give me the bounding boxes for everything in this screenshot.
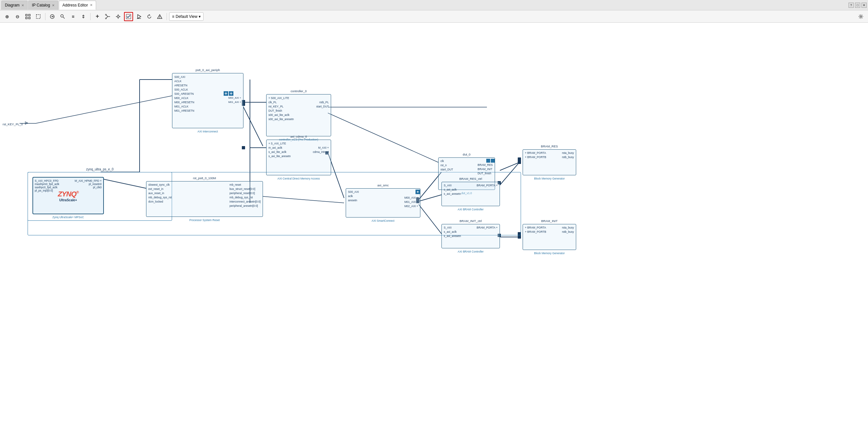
tab-diagram-label: Diagram — [5, 3, 20, 7]
bram-init-block[interactable]: BRAM_INIT + BRAM_PORTA + BRAM_PORTB rsta… — [523, 224, 576, 250]
rst-port-auxreset: aux_reset_in — [148, 191, 164, 195]
tab-diagram[interactable]: Diagram ✕ — [1, 1, 28, 10]
diagram-canvas[interactable]: rst_KEY_PL_0 zynq_ultra_ps_e_0 ps8_0_axi… — [0, 23, 868, 423]
rst-ps8-block[interactable]: rst_ps8_0_100M slowest_sync_clk ext_rese… — [146, 181, 263, 217]
rst-port-mbreset: mb_reset — [229, 183, 241, 186]
smc-port-m01axi: M01_AXI + — [404, 200, 418, 204]
dut-title: dut_0 — [438, 153, 495, 156]
ctrl-port-s00aresetn: s00_axi_lite_aresetn — [269, 118, 294, 121]
bram-res-subtitle: Block Memory Generator — [523, 177, 576, 180]
tab-ip-catalog[interactable]: IP Catalog ✕ — [28, 1, 58, 10]
dut-port-startdut: start_DUT — [440, 168, 453, 171]
cdma-port-introut: cdma_introut — [313, 150, 329, 154]
bram-res-port-rsta: rsta_busy — [562, 151, 574, 154]
auto-connect-button[interactable] — [48, 12, 57, 21]
select-button[interactable] — [34, 12, 43, 21]
svg-point-6 — [61, 14, 63, 17]
dut-port-bramres: BRAM_RES — [477, 163, 493, 167]
rst-port-ic-aresetn: interconnect_aresetn[0:0] — [229, 200, 261, 203]
hierarchy-button[interactable]: ≡ — [68, 12, 78, 21]
settings-button[interactable] — [856, 12, 865, 21]
cdma-port-maxi-r: M_AXI + — [318, 146, 329, 149]
help-button[interactable]: ? — [848, 3, 854, 8]
smc-port-m02axi: M02_AXI + — [404, 205, 418, 208]
svg-point-13 — [117, 16, 119, 18]
bram-init-port-porta: + BRAM_PORTA — [525, 226, 546, 229]
smc-port-s00axi: S00_AXI — [348, 190, 359, 193]
axi-cdma-block[interactable]: axi_cdma_0 + S_AXI_LITE m_axi_aclkM_AXI … — [266, 140, 331, 175]
ctrl-port-dutfinish: DUT_finish — [269, 109, 282, 112]
fit-view-button[interactable] — [23, 12, 32, 21]
rst-port-busstruct: bus_struct_reset[0:0] — [229, 187, 255, 190]
run-button[interactable] — [134, 12, 144, 21]
view-dropdown[interactable]: ≡ Default View ▾ — [169, 12, 204, 21]
bram-res-ctrl-port-saxi: S_AXI — [444, 184, 452, 187]
cdma-port-saxilite: + S_AXI_LITE — [269, 142, 286, 145]
ctrl-port-s00axilite: + S00_AXI_LITE — [269, 96, 289, 100]
view-dropdown-label: Default View — [176, 14, 197, 19]
rst-port-mbdebug-r: mb_debug_sys_rst — [229, 196, 253, 199]
svg-rect-3 — [29, 17, 30, 19]
tab-address-editor-close[interactable]: ✕ — [90, 3, 93, 7]
ctrl-port-rstb: rstb_PL — [319, 101, 329, 104]
axi-smc-subtitle: AXI SmartConnect — [346, 219, 420, 222]
bram-init-ctrl-block[interactable]: BRAM_INIT_ctrl S_AXI s_axi_aclk s_axi_ar… — [441, 224, 500, 248]
cdma-port-saresetn: s_axi_lite_aresetn — [269, 154, 291, 158]
ctrl-port-rstkey: rst_KEY_PL — [269, 105, 283, 108]
ps8-port-s00aresetn: S00_ARESETN — [174, 92, 194, 95]
refresh-button[interactable] — [145, 12, 154, 21]
tab-ip-catalog-close[interactable]: ✕ — [52, 4, 55, 7]
bram-init-port-rsta: rsta_busy — [562, 226, 574, 229]
bram-res-ctrl-block[interactable]: BRAM_RES_ctrl S_AXI s_axi_aclk s_axi_are… — [441, 182, 500, 206]
ps8-axi-periph-block[interactable]: ps8_0_axi_periph S00_AXI ACLK ARESETN S0… — [172, 73, 244, 128]
ps8-port-m00aresetn: M00_ARESETN — [174, 101, 194, 104]
maximize-button[interactable]: □ — [855, 3, 860, 8]
bram-init-ctrl-title: BRAM_INIT_ctrl — [442, 219, 500, 223]
search-button[interactable] — [58, 12, 67, 21]
bram-res-port-porta: + BRAM_PORTA — [525, 151, 546, 154]
controller-title: controller_0 — [267, 89, 331, 93]
ps8-port-aclk: ACLK — [174, 80, 182, 83]
close-button[interactable]: ✕ — [862, 3, 867, 8]
svg-line-7 — [63, 17, 65, 19]
rst-port-dcmlocked: dcm_locked — [148, 200, 163, 203]
bram-init-port-portb: + BRAM_PORTB — [525, 230, 546, 234]
svg-rect-4 — [36, 14, 40, 19]
rst-port-mbdebug: mb_debug_sys_rst — [148, 196, 172, 199]
axi-smc-block[interactable]: axi_smc S00_AXI aclk aresetn M00_AXI + M… — [346, 188, 421, 217]
rst-port-clk: slowest_sync_clk — [148, 183, 170, 186]
svg-rect-1 — [29, 14, 30, 16]
rst-ps8-title: rst_ps8_0_100M — [146, 176, 262, 180]
bram-init-ctrl-port-brama: BRAM_PORTA + — [476, 226, 498, 229]
svg-rect-42 — [242, 146, 245, 149]
zynq-port-maxihpm0-r: M_AXI_HPM0_FPD + — [75, 179, 102, 182]
bram-res-block[interactable]: BRAM_RES + BRAM_PORTA + BRAM_PORTB rsta_… — [523, 149, 576, 175]
ps8-port-m00aclk: M00_ACLK — [174, 96, 188, 100]
svg-rect-47 — [518, 157, 521, 164]
axi-cdma-subtitle: AXI Central Direct Memory Access — [267, 177, 331, 180]
ctrl-port-clkpl: clk_PL — [269, 101, 277, 104]
svg-point-20 — [860, 16, 862, 17]
tab-diagram-close[interactable]: ✕ — [22, 4, 24, 7]
tab-address-editor[interactable]: Address Editor ✕ — [59, 1, 96, 10]
drc-button[interactable] — [155, 12, 164, 21]
properties-button[interactable] — [114, 12, 123, 21]
chevron-down-icon: ▾ — [199, 14, 200, 19]
ps8-port-aresetn: ARESETN — [174, 84, 187, 87]
rst-ps8-subtitle: Processor System Reset — [146, 218, 262, 222]
controller-block[interactable]: controller_0 + S00_AXI_LITE clk_PLrstb_P… — [266, 94, 331, 137]
cdma-port-maclk: m_axi_aclk — [269, 146, 282, 149]
rst-key-label: rst_KEY_PL_0 — [3, 121, 31, 126]
dut-ic-icons — [475, 159, 495, 163]
bram-res-port-portb: + BRAM_PORTB — [525, 155, 546, 159]
ps8-port-m01aclk: M01_ACLK — [174, 105, 188, 108]
zoom-out-button[interactable]: ⊖ — [13, 12, 22, 21]
cut-button[interactable] — [103, 12, 112, 21]
add-button[interactable]: + — [93, 12, 102, 21]
expand-button[interactable]: ⇕ — [79, 12, 88, 21]
zoom-in-button[interactable]: ⊕ — [3, 12, 12, 21]
zynq-block[interactable]: S_AXI_HPC0_FPD maxihpm0_fpd_aclk saxihpc… — [32, 177, 104, 214]
svg-rect-0 — [26, 14, 27, 16]
svg-line-9 — [106, 17, 108, 19]
validate-button[interactable] — [124, 12, 133, 21]
